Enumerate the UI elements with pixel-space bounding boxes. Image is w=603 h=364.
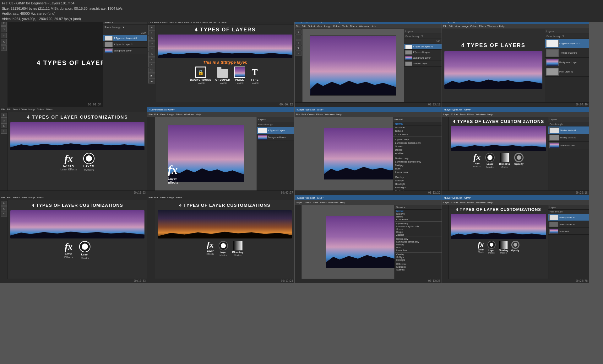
panel3-layer2[interactable]: 4 Types of Layers (404, 50, 442, 55)
panel1-layer2[interactable]: 4 Types Of Layer C... (103, 41, 147, 48)
p4-thumb2 (546, 49, 559, 57)
p5t4[interactable]: ✏ (1, 129, 7, 134)
p11-soft[interactable]: Softlight (395, 256, 442, 259)
panel12-icons: fx Layer Effects Layer Masks (477, 241, 519, 254)
panel4-layer1[interactable]: 4 Types of Layers #1 (545, 39, 589, 48)
t5[interactable]: ✂ (148, 46, 155, 51)
blend-pinlight[interactable]: Pin light (393, 189, 442, 190)
t6[interactable]: ⟲ (148, 52, 155, 57)
p8-layer3[interactable]: Background Layer (548, 142, 589, 149)
panel3-layer4[interactable]: Grouped Layer (404, 61, 442, 67)
p11-lumlighten[interactable]: Luminance lighten only (395, 225, 442, 228)
tool-lasso[interactable]: ○ (1, 33, 7, 38)
panel-12: 4LayerTypes.xcf - GIMP LayerColorsToolsF… (442, 195, 589, 283)
p11-darken[interactable]: Darken only (395, 238, 442, 240)
blend-vividlight[interactable]: Vivid light (393, 186, 442, 189)
panel6-canvas: fx Layer Effects (155, 117, 257, 190)
t9[interactable]: ⬛ (148, 68, 155, 73)
panel4-layer3[interactable]: Background Layer (545, 58, 589, 67)
tool-text[interactable]: A (1, 39, 7, 45)
p12-layer1[interactable]: Blending Modes #1 (548, 214, 589, 221)
p4-name2: 4 Types of Layers (559, 52, 577, 54)
p11-overlay[interactable]: Overlay (395, 253, 442, 256)
t4[interactable]: ✿ (148, 41, 155, 46)
p11-dodge[interactable]: Dodge (395, 231, 442, 233)
p11-sub[interactable]: Subtract (395, 268, 442, 271)
p11-behind[interactable]: Behind (395, 215, 442, 218)
panel-10: FileEditViewImageFilters 4 Types Of Laye… (147, 195, 294, 283)
t8[interactable]: ✏ (148, 62, 155, 67)
blend-lumlighten[interactable]: Luminance lighten only (393, 141, 442, 145)
t10[interactable]: ▣ (148, 73, 155, 78)
blend-addition[interactable]: Addition (393, 152, 442, 155)
p12-layer3[interactable]: Background (548, 228, 589, 235)
tb4[interactable]: ✿ (296, 46, 302, 51)
p11-multiply[interactable]: Multiply (395, 243, 442, 246)
p9t3[interactable]: ✏ (1, 211, 7, 217)
p6-layer1[interactable]: 4 Types of Layers (257, 127, 294, 134)
panel3-layer1[interactable]: 4 Types of Layers #1 (404, 44, 442, 50)
blend-burn[interactable]: Burn (393, 167, 442, 170)
p11-burn[interactable]: Burn (395, 246, 442, 249)
p11-addition[interactable]: Addition (395, 233, 442, 236)
panel11-blend-modes[interactable]: Normal ▼ Normal Dissolve Behind Color er… (394, 205, 442, 279)
tb3[interactable]: ○ (296, 40, 302, 45)
blend-normal[interactable]: Normal (393, 122, 442, 126)
p5t3[interactable]: A (1, 123, 7, 128)
blend-dissolve[interactable]: Dissolve (393, 126, 442, 129)
blend-behind[interactable]: Behind (393, 129, 442, 133)
panel3-layer3[interactable]: Background Layer (404, 55, 442, 61)
panel4-layers-dock: Layers Pass through ▼ 4 Types of Layers … (545, 29, 589, 102)
blend-darken[interactable]: Darken only (393, 157, 442, 160)
p12-thumb3 (549, 229, 558, 234)
panel4-layer4[interactable]: Pixel Layer #1 (545, 67, 589, 77)
panel4-layer2[interactable]: 4 Types of Layers (545, 48, 589, 58)
t1[interactable]: ⊕ (148, 25, 155, 30)
p9t2[interactable]: A (1, 206, 7, 211)
panel1-layer-selected[interactable]: 4 Types of Layers #1 (103, 35, 147, 41)
p11-excl[interactable]: Exclusion (395, 265, 442, 268)
blend-lighten[interactable]: Lighten only (393, 138, 442, 141)
p11-screen[interactable]: Screen (395, 228, 442, 231)
p6-layer2[interactable]: Background Layer (257, 134, 294, 141)
p8-layer1[interactable]: Blending Modes #1 (548, 126, 589, 134)
panel12-image (451, 214, 546, 239)
p8-layer2[interactable]: Blending Modes #2 (548, 134, 589, 142)
panel6-fx-text: fx (168, 163, 178, 177)
p11-lighten[interactable]: Lighten only (395, 222, 442, 225)
tool-paint[interactable]: ✏ (1, 45, 7, 51)
t3[interactable]: ◎ (148, 36, 155, 41)
p8-thumb2 (549, 135, 559, 141)
blend-colorerase[interactable]: Color erase (393, 133, 442, 136)
panel4-main: 4 Types of Layers (442, 29, 545, 102)
p11-normal[interactable]: Normal (395, 210, 442, 212)
panel-2: File Edit Select View Image Colors Tools… (147, 19, 294, 107)
blend-linearburn[interactable]: Linear burn (393, 170, 442, 174)
p11-diff[interactable]: Difference (395, 263, 442, 265)
blend-hardlight[interactable]: Hardlight (393, 182, 442, 186)
blend-softlight[interactable]: Softlight (393, 179, 442, 182)
panel7-blend-modes[interactable]: Normal Normal Dissolve Behind Color eras… (393, 117, 442, 190)
p11-lumdarken[interactable]: Luminance darken only (395, 240, 442, 243)
p11-erase[interactable]: Color erase (395, 218, 442, 221)
blend-multiply[interactable]: Multiply (393, 163, 442, 167)
tb1[interactable]: ⊕ (296, 29, 302, 35)
blend-screen[interactable]: Screen (393, 145, 442, 148)
t2[interactable]: □ (148, 30, 155, 35)
tool-rect[interactable]: □ (1, 26, 7, 32)
blend-dodge[interactable]: Dodge (393, 148, 442, 152)
p9t1[interactable]: ⊕ (1, 201, 7, 206)
p5t2[interactable]: □ (1, 118, 7, 123)
p11-dissolve[interactable]: Dissolve (395, 212, 442, 215)
tb5[interactable]: A (296, 51, 302, 56)
t11[interactable]: ☁ (148, 78, 155, 83)
panel1-layer3[interactable]: Background Layer (103, 48, 147, 54)
tb2[interactable]: □ (296, 35, 302, 40)
p5t1[interactable]: ⊕ (1, 113, 7, 118)
blend-lumdarken[interactable]: Luminance darken only (393, 160, 442, 163)
blend-overlay[interactable]: Overlay (393, 175, 442, 179)
t7[interactable]: A (148, 57, 155, 62)
p11-linearburn[interactable]: Linear burn (395, 249, 442, 252)
p11-hard[interactable]: Hardlight (395, 259, 442, 261)
p12-layer2[interactable]: Blending Modes #2 (548, 221, 589, 228)
